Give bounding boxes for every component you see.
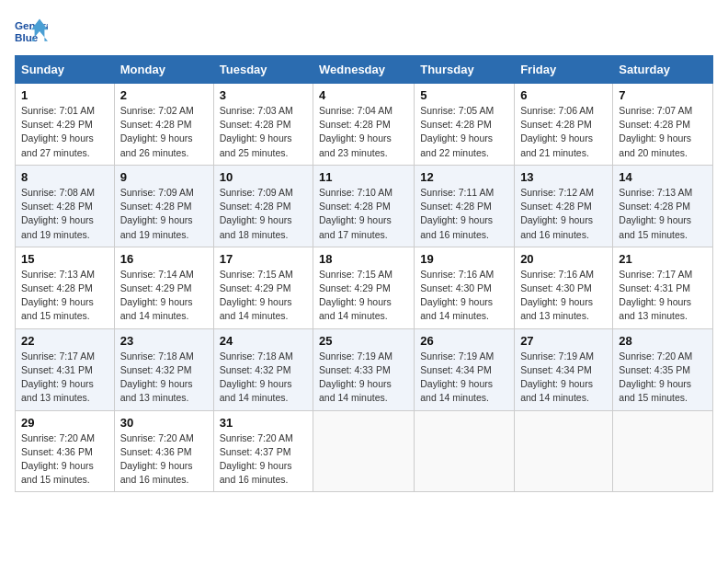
day-number: 20 (520, 252, 607, 266)
calendar-cell: 22Sunrise: 7:17 AMSunset: 4:31 PMDayligh… (16, 328, 115, 410)
day-number: 4 (319, 88, 408, 102)
weekday-header-row: SundayMondayTuesdayWednesdayThursdayFrid… (16, 56, 713, 84)
day-number: 17 (220, 252, 307, 266)
day-info: Sunrise: 7:01 AMSunset: 4:29 PMDaylight:… (21, 104, 108, 160)
day-info: Sunrise: 7:03 AMSunset: 4:28 PMDaylight:… (220, 104, 307, 160)
day-number: 6 (520, 88, 607, 102)
day-info: Sunrise: 7:19 AMSunset: 4:33 PMDaylight:… (319, 350, 408, 406)
day-number: 24 (220, 334, 307, 348)
day-info: Sunrise: 7:08 AMSunset: 4:28 PMDaylight:… (21, 186, 108, 242)
day-info: Sunrise: 7:17 AMSunset: 4:31 PMDaylight:… (619, 268, 707, 324)
day-number: 25 (319, 334, 408, 348)
calendar-cell: 4Sunrise: 7:04 AMSunset: 4:28 PMDaylight… (313, 84, 415, 166)
calendar-cell: 18Sunrise: 7:15 AMSunset: 4:29 PMDayligh… (313, 247, 415, 328)
calendar-cell (313, 410, 415, 492)
weekday-header-tuesday: Tuesday (213, 56, 313, 84)
day-info: Sunrise: 7:16 AMSunset: 4:30 PMDaylight:… (420, 268, 508, 324)
day-number: 26 (420, 334, 508, 348)
day-number: 28 (619, 334, 707, 348)
calendar-cell: 30Sunrise: 7:20 AMSunset: 4:36 PMDayligh… (114, 410, 213, 492)
calendar-cell: 28Sunrise: 7:20 AMSunset: 4:35 PMDayligh… (613, 328, 713, 410)
calendar-cell: 9Sunrise: 7:09 AMSunset: 4:28 PMDaylight… (114, 165, 213, 247)
calendar-cell: 2Sunrise: 7:02 AMSunset: 4:28 PMDaylight… (114, 84, 213, 166)
day-info: Sunrise: 7:13 AMSunset: 4:28 PMDaylight:… (619, 186, 707, 242)
day-info: Sunrise: 7:19 AMSunset: 4:34 PMDaylight:… (520, 350, 607, 406)
day-info: Sunrise: 7:15 AMSunset: 4:29 PMDaylight:… (220, 268, 307, 324)
calendar-table: SundayMondayTuesdayWednesdayThursdayFrid… (15, 55, 713, 492)
calendar-cell (613, 410, 713, 492)
day-info: Sunrise: 7:15 AMSunset: 4:29 PMDaylight:… (319, 268, 408, 324)
calendar-cell: 20Sunrise: 7:16 AMSunset: 4:30 PMDayligh… (515, 247, 613, 328)
day-number: 29 (21, 416, 108, 430)
day-number: 9 (120, 170, 208, 184)
day-number: 7 (619, 88, 707, 102)
calendar-cell: 14Sunrise: 7:13 AMSunset: 4:28 PMDayligh… (613, 165, 713, 247)
calendar-cell: 19Sunrise: 7:16 AMSunset: 4:30 PMDayligh… (415, 247, 515, 328)
day-info: Sunrise: 7:20 AMSunset: 4:37 PMDaylight:… (220, 431, 307, 488)
logo: General Blue (15, 15, 51, 48)
calendar-week-row: 15Sunrise: 7:13 AMSunset: 4:28 PMDayligh… (16, 247, 713, 328)
day-number: 18 (319, 252, 408, 266)
day-number: 11 (319, 170, 408, 184)
day-number: 12 (420, 170, 508, 184)
calendar-cell: 13Sunrise: 7:12 AMSunset: 4:28 PMDayligh… (515, 165, 613, 247)
day-number: 31 (220, 416, 307, 430)
day-info: Sunrise: 7:16 AMSunset: 4:30 PMDaylight:… (520, 268, 607, 324)
calendar-cell: 21Sunrise: 7:17 AMSunset: 4:31 PMDayligh… (613, 247, 713, 328)
day-number: 13 (520, 170, 607, 184)
day-info: Sunrise: 7:13 AMSunset: 4:28 PMDaylight:… (21, 268, 108, 324)
day-number: 15 (21, 252, 108, 266)
day-number: 23 (120, 334, 208, 348)
day-info: Sunrise: 7:09 AMSunset: 4:28 PMDaylight:… (220, 186, 307, 242)
calendar-cell: 5Sunrise: 7:05 AMSunset: 4:28 PMDaylight… (415, 84, 515, 166)
day-info: Sunrise: 7:05 AMSunset: 4:28 PMDaylight:… (420, 104, 508, 160)
day-number: 22 (21, 334, 108, 348)
day-info: Sunrise: 7:18 AMSunset: 4:32 PMDaylight:… (220, 350, 307, 406)
calendar-cell: 11Sunrise: 7:10 AMSunset: 4:28 PMDayligh… (313, 165, 415, 247)
day-info: Sunrise: 7:17 AMSunset: 4:31 PMDaylight:… (21, 350, 108, 406)
calendar-week-row: 22Sunrise: 7:17 AMSunset: 4:31 PMDayligh… (16, 328, 713, 410)
weekday-header-friday: Friday (515, 56, 613, 84)
weekday-header-sunday: Sunday (16, 56, 115, 84)
day-number: 1 (21, 88, 108, 102)
calendar-cell: 3Sunrise: 7:03 AMSunset: 4:28 PMDaylight… (213, 84, 313, 166)
calendar-cell: 31Sunrise: 7:20 AMSunset: 4:37 PMDayligh… (213, 410, 313, 492)
day-number: 3 (220, 88, 307, 102)
page-header: General Blue (15, 15, 713, 48)
day-info: Sunrise: 7:20 AMSunset: 4:35 PMDaylight:… (619, 350, 707, 406)
day-info: Sunrise: 7:02 AMSunset: 4:28 PMDaylight:… (120, 104, 208, 160)
day-number: 19 (420, 252, 508, 266)
day-info: Sunrise: 7:07 AMSunset: 4:28 PMDaylight:… (619, 104, 707, 160)
day-info: Sunrise: 7:19 AMSunset: 4:34 PMDaylight:… (420, 350, 508, 406)
day-info: Sunrise: 7:10 AMSunset: 4:28 PMDaylight:… (319, 186, 408, 242)
calendar-cell: 8Sunrise: 7:08 AMSunset: 4:28 PMDaylight… (16, 165, 115, 247)
calendar-cell: 24Sunrise: 7:18 AMSunset: 4:32 PMDayligh… (213, 328, 313, 410)
calendar-week-row: 1Sunrise: 7:01 AMSunset: 4:29 PMDaylight… (16, 84, 713, 166)
calendar-cell: 23Sunrise: 7:18 AMSunset: 4:32 PMDayligh… (114, 328, 213, 410)
day-number: 16 (120, 252, 208, 266)
day-info: Sunrise: 7:09 AMSunset: 4:28 PMDaylight:… (120, 186, 208, 242)
calendar-cell (415, 410, 515, 492)
calendar-cell: 25Sunrise: 7:19 AMSunset: 4:33 PMDayligh… (313, 328, 415, 410)
weekday-header-monday: Monday (114, 56, 213, 84)
calendar-cell: 12Sunrise: 7:11 AMSunset: 4:28 PMDayligh… (415, 165, 515, 247)
weekday-header-thursday: Thursday (415, 56, 515, 84)
day-number: 27 (520, 334, 607, 348)
calendar-cell (515, 410, 613, 492)
weekday-header-saturday: Saturday (613, 56, 713, 84)
calendar-cell: 27Sunrise: 7:19 AMSunset: 4:34 PMDayligh… (515, 328, 613, 410)
calendar-cell: 6Sunrise: 7:06 AMSunset: 4:28 PMDaylight… (515, 84, 613, 166)
day-info: Sunrise: 7:11 AMSunset: 4:28 PMDaylight:… (420, 186, 508, 242)
calendar-cell: 26Sunrise: 7:19 AMSunset: 4:34 PMDayligh… (415, 328, 515, 410)
day-info: Sunrise: 7:20 AMSunset: 4:36 PMDaylight:… (21, 431, 108, 488)
calendar-cell: 17Sunrise: 7:15 AMSunset: 4:29 PMDayligh… (213, 247, 313, 328)
day-info: Sunrise: 7:18 AMSunset: 4:32 PMDaylight:… (120, 350, 208, 406)
calendar-week-row: 8Sunrise: 7:08 AMSunset: 4:28 PMDaylight… (16, 165, 713, 247)
day-number: 21 (619, 252, 707, 266)
day-info: Sunrise: 7:04 AMSunset: 4:28 PMDaylight:… (319, 104, 408, 160)
day-info: Sunrise: 7:20 AMSunset: 4:36 PMDaylight:… (120, 431, 208, 488)
calendar-cell: 10Sunrise: 7:09 AMSunset: 4:28 PMDayligh… (213, 165, 313, 247)
weekday-header-wednesday: Wednesday (313, 56, 415, 84)
day-number: 2 (120, 88, 208, 102)
calendar-cell: 29Sunrise: 7:20 AMSunset: 4:36 PMDayligh… (16, 410, 115, 492)
